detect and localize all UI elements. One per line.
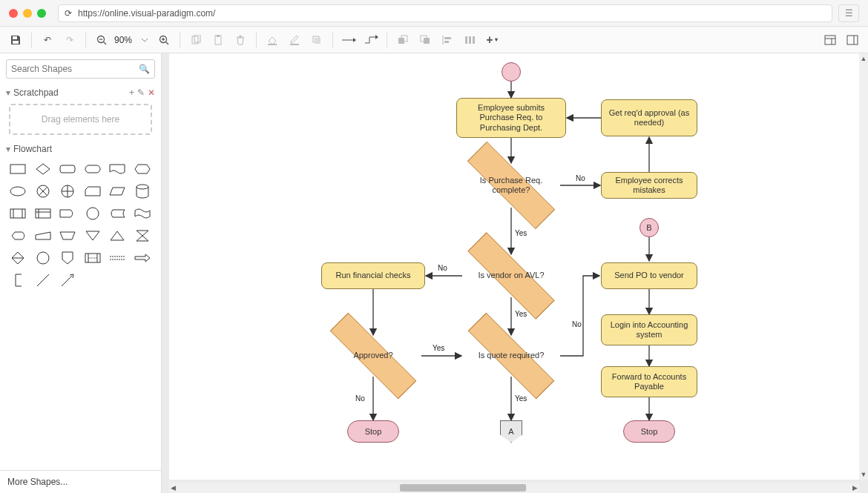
outline-panel-button[interactable] [843,30,862,50]
close-window-button[interactable] [9,9,18,18]
shape-diamond[interactable] [33,160,53,178]
shape-delay[interactable] [57,205,78,222]
node-approved[interactable]: Approved? [325,335,421,377]
node-offpage-a[interactable]: A [500,420,522,443]
collapse-icon[interactable]: ▾ [6,87,10,98]
more-shapes-link[interactable]: More Shapes... [0,470,161,493]
copy-button[interactable] [186,30,206,50]
canvas-area[interactable]: Employee submits Purchase Req. to Purcha… [162,53,868,493]
reload-icon[interactable]: ⟳ [65,8,72,19]
zoom-in-button[interactable] [154,30,174,50]
shape-offpage[interactable] [57,249,78,267]
node-run-checks[interactable]: Run financial checks [321,262,425,289]
shape-or[interactable] [57,182,78,200]
distribute-button[interactable] [460,30,479,50]
save-button[interactable] [6,30,25,50]
node-get-approval[interactable]: Get req'd approval (as needed) [601,99,697,136]
shape-merge[interactable] [82,227,103,245]
shape-process[interactable] [7,205,28,222]
minimize-window-button[interactable] [23,9,32,18]
edit-scratch-icon[interactable]: ✎ [137,87,145,98]
shape-stored-data[interactable] [107,205,128,222]
node-stop-b[interactable]: Stop [623,420,675,443]
node-purchase-complete[interactable]: Is Purchase Req. complete? [463,163,559,208]
shape-card[interactable] [82,182,103,200]
node-submit-req[interactable]: Employee submits Purchase Req. to Purcha… [456,98,566,138]
line-color-button[interactable] [285,30,304,50]
zoom-level[interactable]: 90% [111,35,135,45]
shape-arrow-line[interactable] [57,271,78,289]
add-scratch-icon[interactable]: + [129,87,134,98]
svg-point-36 [10,187,25,196]
shape-circle[interactable] [82,205,103,222]
shape-hexagon[interactable] [132,160,153,178]
menu-button[interactable]: ☰ [838,4,859,22]
label-d2-yes: Yes [515,310,527,318]
shape-bracket[interactable] [7,271,28,289]
connection-style-button[interactable] [339,30,358,50]
shape-collate[interactable] [132,227,153,245]
shape-internal-storage[interactable] [33,205,53,222]
align-button[interactable] [438,30,457,50]
node-start[interactable] [502,62,521,82]
shape-rounded[interactable] [57,160,78,178]
hamburger-icon: ☰ [845,8,853,19]
search-shapes-field[interactable]: 🔍 [6,59,155,79]
svg-rect-28 [825,36,835,44]
search-shapes-input[interactable] [11,64,139,74]
shadow-button[interactable] [307,30,326,50]
node-login-accounting[interactable]: Login into Accounting system [601,314,697,345]
delete-button[interactable] [231,30,250,50]
node-vendor-avl[interactable]: Is vendor on AVL? [463,254,559,297]
shape-sum[interactable] [33,182,53,200]
shape-terminator[interactable] [82,160,103,178]
paste-button[interactable] [208,30,228,50]
shape-ellipse[interactable] [7,182,28,200]
label-d1-yes: Yes [515,229,527,237]
shape-parallelogram[interactable] [107,182,128,200]
node-stop-a[interactable]: Stop [347,420,399,443]
shape-document[interactable] [107,160,128,178]
shape-tape[interactable] [132,205,153,222]
address-bar[interactable]: ⟳ https://online.visual-paradigm.com/ [58,4,832,22]
maximize-window-button[interactable] [37,9,46,18]
shape-transfer[interactable] [107,249,128,267]
label-d1-no: No [576,174,585,182]
node-quote-required[interactable]: Is quote required? [463,335,559,377]
zoom-out-button[interactable] [92,30,111,50]
node-forward-payable[interactable]: Forward to Accounts Payable [601,366,697,397]
fill-color-button[interactable] [263,30,282,50]
traffic-lights [9,9,46,18]
canvas[interactable]: Employee submits Purchase Req. to Purcha… [169,53,861,480]
shape-annotation[interactable] [82,249,103,267]
to-front-button[interactable] [393,30,412,50]
shape-line[interactable] [33,271,53,289]
search-icon[interactable]: 🔍 [139,64,150,74]
vertical-scrollbar[interactable]: ▲▼ [859,53,868,480]
label-d4-yes: Yes [515,394,527,403]
shape-manual-op[interactable] [57,227,78,245]
horizontal-scrollbar[interactable]: ◀▶ [169,483,859,493]
waypoint-style-button[interactable] [361,30,381,50]
redo-button[interactable]: ↷ [60,30,79,50]
undo-button[interactable]: ↶ [38,30,57,50]
close-scratch-icon[interactable]: ✕ [148,87,155,98]
shape-connector[interactable] [33,249,53,267]
node-send-po[interactable]: Send PO to vendor [601,262,697,289]
shape-sort[interactable] [7,249,28,267]
shape-display[interactable] [7,227,28,245]
shape-rectangle[interactable] [7,160,28,178]
node-correct-mistakes[interactable]: Employee corrects mistakes [601,172,697,199]
shape-arrow[interactable] [132,249,153,267]
shape-extract[interactable] [107,227,128,245]
scratchpad-dropzone[interactable]: Drag elements here [9,104,152,135]
shape-manual-input[interactable] [33,227,53,245]
zoom-dropdown[interactable] [135,30,154,50]
insert-button[interactable]: +▾ [482,30,502,50]
format-panel-button[interactable] [821,30,840,50]
to-back-button[interactable] [415,30,435,50]
node-connector-b[interactable]: B [640,218,659,237]
collapse-icon[interactable]: ▾ [6,144,10,154]
svg-rect-34 [60,165,75,173]
shape-cylinder[interactable] [132,182,153,200]
